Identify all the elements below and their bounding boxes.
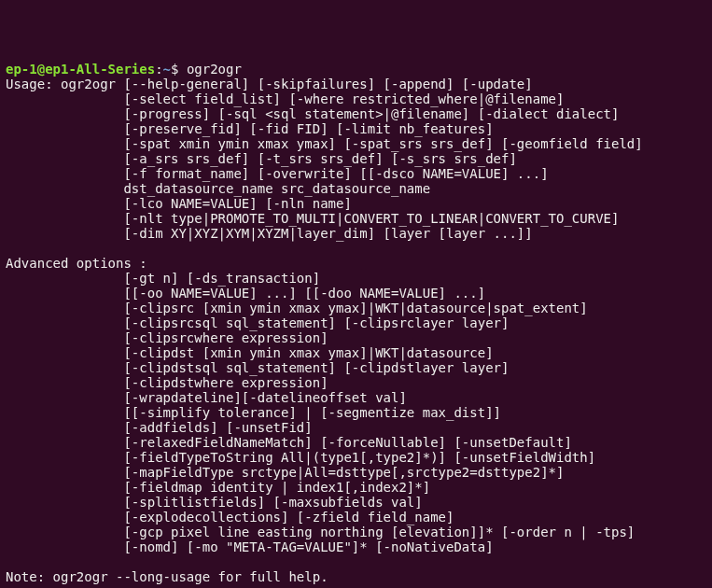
- output-line: [-a_srs srs_def] [-t_srs srs_def] [-s_sr…: [6, 151, 517, 166]
- output-line: [-gcp pixel line easting northing [eleva…: [6, 525, 635, 539]
- command-text: ogr2ogr: [187, 62, 242, 77]
- output-line: [-select field_list] [-where restricted_…: [6, 91, 564, 106]
- output-line: [-progress] [-sql <sql statement>|@filen…: [6, 106, 619, 121]
- output-line: [-gt n] [-ds_transaction]: [6, 271, 320, 286]
- output-line: [-wrapdateline][-datelineoffset val]: [6, 390, 407, 405]
- output-line: [-clipdstwhere expression]: [6, 375, 328, 390]
- output-line: [-fieldmap identity | index1[,index2]*]: [6, 480, 430, 495]
- terminal-content[interactable]: ep-1@ep1-All-Series:~$ ogr2ogr Usage: og…: [6, 62, 706, 588]
- output-line: [-clipsrcsql sql_statement] [-clipsrclay…: [6, 315, 509, 330]
- prompt-line: ep-1@ep1-All-Series:~$ ogr2ogr: [6, 62, 242, 77]
- output-line: [-fieldTypeToString All|(type1[,type2]*)…: [6, 450, 595, 465]
- prompt-dollar: $: [171, 62, 187, 77]
- output-line: [-relaxedFieldNameMatch] [-forceNullable…: [6, 435, 572, 450]
- output-line: [-splitlistfields] [-maxsubfields val]: [6, 495, 423, 510]
- output-line: Note: ogr2ogr --long-usage for full help…: [6, 569, 328, 584]
- output-line: [-clipsrc [xmin ymin xmax ymax]|WKT|data…: [6, 301, 588, 315]
- output-line: [-addfields] [-unsetFid]: [6, 420, 313, 435]
- prompt-colon: :: [155, 62, 162, 77]
- output-line: [-nomd] [-mo "META-TAG=VALUE"]* [-noNati…: [6, 539, 494, 554]
- output-line: [[-oo NAME=VALUE] ...] [[-doo NAME=VALUE…: [6, 286, 485, 301]
- output-line: [-lco NAME=VALUE] [-nln name]: [6, 196, 352, 211]
- output-line: [[-simplify tolerance] | [-segmentize ma…: [6, 405, 501, 420]
- output-line: [-f format_name] [-overwrite] [[-dsco NA…: [6, 166, 549, 181]
- output-line: [-spat xmin ymin xmax ymax] [-spat_srs s…: [6, 136, 643, 151]
- output-line: [-dim XY|XYZ|XYM|XYZM|layer_dim] [layer …: [6, 226, 533, 241]
- output-line: [-mapFieldType srctype|All=dsttype[,srct…: [6, 465, 564, 480]
- output-line: dst_datasource_name src_datasource_name: [6, 181, 430, 196]
- output-line: [-clipdst [xmin ymin xmax ymax]|WKT|data…: [6, 345, 494, 360]
- output-line: Usage: ogr2ogr [--help-general] [-skipfa…: [6, 77, 533, 91]
- output-line: [-clipsrcwhere expression]: [6, 330, 328, 345]
- user-host: ep-1@ep1-All-Series: [6, 62, 155, 77]
- output-line: Advanced options :: [6, 256, 147, 271]
- output-line: [-nlt type|PROMOTE_TO_MULTI|CONVERT_TO_L…: [6, 211, 619, 226]
- output-line: [-preserve_fid] [-fid FID] [-limit nb_fe…: [6, 121, 494, 136]
- prompt-path: ~: [163, 62, 171, 77]
- output-line: [-explodecollections] [-zfield field_nam…: [6, 510, 454, 525]
- output-line: [-clipdstsql sql_statement] [-clipdstlay…: [6, 360, 509, 375]
